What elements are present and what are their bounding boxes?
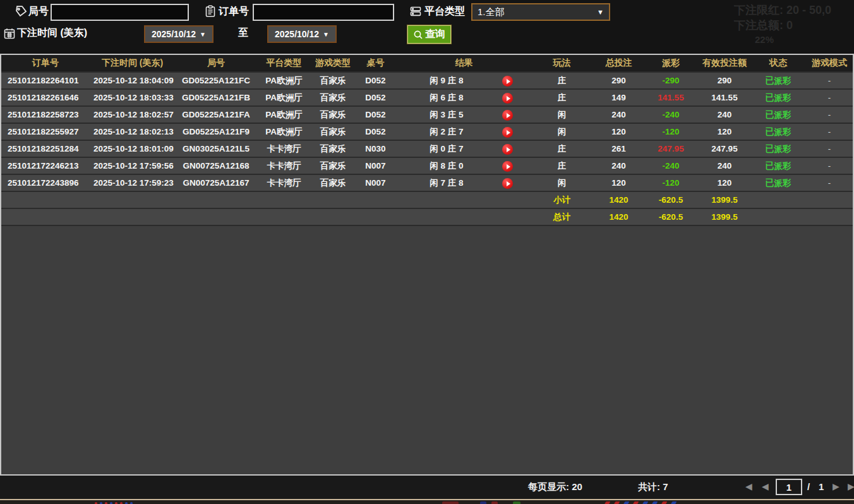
replay-play-icon[interactable] — [502, 127, 513, 138]
next-page-button[interactable]: ▶ — [833, 481, 839, 491]
search-button[interactable]: 查询 — [407, 25, 451, 44]
cell-summary-label: 总计 — [532, 209, 592, 225]
date-range-to-label: 至 — [238, 27, 248, 40]
cell-platform-type: PA欧洲厅 — [257, 90, 311, 105]
cell-status: 已派彩 — [753, 107, 803, 123]
cell-bet-time: 2025-10-12 18:04:09 — [90, 73, 175, 88]
cell-valid-bet: 141.55 — [696, 90, 753, 105]
cell-status: 已派彩 — [753, 90, 803, 105]
cell-order-number: 251012182255927 — [1, 124, 90, 140]
prev-page-button[interactable]: ◀ — [762, 481, 769, 491]
cell-game-type: 百家乐 — [311, 158, 355, 174]
cell-payout: -240 — [646, 107, 696, 123]
cell-empty — [396, 192, 532, 208]
cell-play-type: 闲 — [532, 175, 592, 191]
cell-total-bet: 120 — [592, 175, 646, 191]
cell-bet-time: 2025-10-12 17:59:56 — [90, 158, 175, 174]
result-text: 闲 7 庄 8 — [396, 177, 497, 189]
cell-payout: -120 — [646, 175, 696, 191]
chevron-down-icon: ▼ — [597, 8, 604, 16]
column-header-4: 平台类型 — [257, 55, 311, 71]
cell-summary-total-bet: 1420 — [592, 192, 646, 208]
cell-round-number: GN03025A121L5 — [175, 141, 257, 157]
roadmap-slash — [633, 501, 639, 504]
cell-bet-time: 2025-10-12 18:02:13 — [90, 124, 175, 140]
cell-platform-type: PA欧洲厅 — [257, 73, 311, 88]
platform-type-value: 1.全部 — [478, 6, 505, 18]
cell-result: 闲 2 庄 7 — [396, 124, 532, 140]
result-text: 闲 6 庄 8 — [396, 92, 497, 104]
cell-result: 闲 8 庄 0 — [396, 158, 532, 174]
cell-summary-payout: -620.5 — [646, 209, 696, 225]
total-pages-label: 1 — [819, 481, 824, 492]
date-from-picker[interactable]: 2025/10/12 ▼ — [144, 25, 213, 43]
cell-game-type: 百家乐 — [311, 107, 355, 123]
table-body: 2510121822641012025-10-12 18:04:09GD0522… — [1, 73, 853, 226]
cell-platform-type: PA欧洲厅 — [257, 107, 311, 123]
cell-summary-label: 小计 — [532, 192, 592, 208]
last-page-button[interactable]: ▶ — [848, 481, 854, 491]
cell-payout: 247.95 — [646, 141, 696, 157]
background-game-fragment — [480, 501, 486, 504]
cell-valid-bet: 240 — [696, 158, 753, 174]
cell-order-number: 251012182264101 — [1, 73, 90, 88]
cell-result: 闲 6 庄 8 — [396, 90, 532, 105]
result-text: 闲 8 庄 0 — [396, 160, 497, 172]
cell-empty — [1, 209, 90, 225]
platform-type-label: 平台类型 — [424, 5, 465, 18]
cell-total-bet: 290 — [592, 73, 646, 88]
cell-game-type: 百家乐 — [311, 73, 355, 88]
cell-platform-type: 卡卡湾厅 — [257, 141, 311, 157]
order-number-input[interactable] — [253, 4, 394, 21]
cell-play-type: 闲 — [532, 124, 592, 140]
platform-type-select[interactable]: 1.全部 ▼ — [471, 3, 610, 21]
order-number-label: 订单号 — [219, 5, 249, 18]
tag-icon — [15, 5, 27, 18]
replay-play-icon[interactable] — [502, 161, 513, 172]
cell-table-number: D052 — [355, 90, 396, 105]
platform-servers-icon — [409, 5, 422, 18]
column-header-1: 订单号 — [1, 55, 90, 71]
page-separator: / — [807, 481, 810, 492]
cell-game-mode: - — [803, 90, 854, 105]
orders-table: 订单号下注时间 (美东)局号平台类型游戏类型桌号结果玩法总投注派彩有效投注额状态… — [0, 54, 854, 476]
result-text: 闲 3 庄 5 — [396, 109, 497, 121]
table-header-row: 订单号下注时间 (美东)局号平台类型游戏类型桌号结果玩法总投注派彩有效投注额状态… — [1, 55, 853, 73]
table-row: 2510121822616462025-10-12 18:03:33GD0522… — [1, 90, 853, 107]
replay-play-icon[interactable] — [502, 93, 513, 104]
column-header-8: 玩法 — [532, 55, 592, 71]
cell-platform-type: 卡卡湾厅 — [257, 158, 311, 174]
cell-status: 已派彩 — [753, 175, 803, 191]
calendar-icon — [3, 27, 16, 40]
per-page-label: 每页显示: 20 — [528, 481, 582, 493]
replay-play-icon[interactable] — [502, 144, 513, 155]
roadmap-slash — [661, 501, 668, 504]
roadmap-slash — [671, 501, 677, 504]
roadmap-slash — [623, 501, 630, 504]
cell-game-mode: - — [803, 141, 854, 157]
cell-empty — [1, 192, 90, 208]
cell-round-number: GD05225A121FC — [175, 73, 257, 88]
date-to-picker[interactable]: 2025/10/12 ▼ — [267, 25, 337, 43]
page-number-input[interactable] — [776, 479, 802, 495]
cell-bet-time: 2025-10-12 18:02:57 — [90, 107, 175, 123]
cell-empty — [257, 192, 311, 208]
cell-play-type: 庄 — [532, 141, 592, 157]
cell-result: 闲 9 庄 8 — [396, 73, 532, 88]
cell-payout: -240 — [646, 158, 696, 174]
result-text: 闲 0 庄 7 — [396, 143, 497, 155]
replay-play-icon[interactable] — [502, 110, 513, 121]
roadmap-slash — [652, 501, 658, 504]
first-page-button[interactable]: ◀ — [745, 481, 752, 491]
cell-table-number: D052 — [355, 107, 396, 123]
replay-play-icon[interactable] — [502, 178, 513, 189]
cell-platform-type: PA欧洲厅 — [257, 124, 311, 140]
bet-time-label: 下注时间 (美东) — [17, 27, 87, 40]
cell-summary-valid-bet: 1399.5 — [696, 209, 753, 225]
cell-round-number: GN00725A12167 — [175, 175, 257, 191]
table-row: 2510121822587232025-10-12 18:02:57GD0522… — [1, 107, 853, 124]
cell-table-number: N007 — [355, 175, 396, 191]
replay-play-icon[interactable] — [502, 76, 513, 87]
round-number-input[interactable] — [51, 4, 189, 21]
cell-table-number: D052 — [355, 124, 396, 140]
